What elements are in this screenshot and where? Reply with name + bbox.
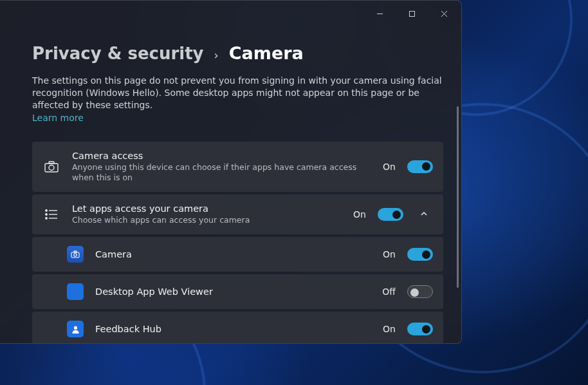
toggle-state-label: On	[379, 324, 396, 334]
app-icon-feedback	[67, 321, 84, 337]
camera-icon	[42, 161, 60, 173]
setting-subtitle: Choose which apps can access your camera	[72, 215, 338, 225]
chevron-up-icon[interactable]	[415, 209, 433, 221]
app-row-feedback-hub[interactable]: Feedback Hub On	[32, 312, 443, 343]
svg-rect-15	[74, 251, 77, 252]
list-icon	[42, 209, 60, 220]
toggle-state-label: On	[349, 209, 366, 220]
setting-title: Camera access	[72, 151, 367, 161]
window-titlebar	[0, 1, 461, 26]
svg-point-12	[46, 218, 47, 219]
toggle-camera-access[interactable]	[407, 160, 433, 173]
toggle-state-label: On	[379, 249, 396, 259]
breadcrumb-parent[interactable]: Privacy & security	[32, 44, 204, 63]
app-name: Desktop App Web Viewer	[95, 286, 367, 297]
scrollbar[interactable]	[457, 106, 459, 288]
app-name: Camera	[95, 249, 367, 259]
app-row-desktop-web-viewer[interactable]: Desktop App Web Viewer Off	[32, 274, 443, 309]
setting-let-apps-access[interactable]: Let apps access your camera Choose which…	[32, 194, 443, 234]
toggle-state-label: Off	[379, 286, 396, 297]
setting-subtitle: Anyone using this device can choose if t…	[72, 162, 367, 183]
setting-camera-access[interactable]: Camera access Anyone using this device c…	[32, 142, 443, 192]
learn-more-link[interactable]: Learn more	[32, 113, 84, 123]
svg-point-16	[73, 326, 77, 330]
page-description: The settings on this page do not prevent…	[32, 75, 443, 111]
chevron-right-icon: ›	[214, 48, 219, 62]
svg-point-11	[46, 214, 47, 215]
toggle-let-apps[interactable]	[378, 208, 403, 221]
toggle-app-desktop-web-viewer[interactable]	[407, 285, 433, 298]
minimize-button[interactable]	[367, 3, 392, 24]
svg-point-10	[46, 210, 47, 211]
setting-title: Let apps access your camera	[72, 203, 338, 214]
svg-rect-13	[71, 252, 79, 258]
maximize-button[interactable]	[400, 3, 424, 24]
app-icon-camera	[67, 246, 84, 263]
page-title: Camera	[229, 43, 304, 63]
svg-point-14	[74, 254, 77, 256]
close-button[interactable]	[432, 3, 456, 24]
svg-point-5	[49, 165, 54, 170]
app-row-camera[interactable]: Camera On	[32, 237, 443, 272]
settings-list: Camera access Anyone using this device c…	[32, 142, 443, 343]
toggle-app-camera[interactable]	[407, 248, 433, 261]
toggle-state-label: On	[379, 162, 396, 172]
svg-rect-1	[409, 11, 414, 16]
app-name: Feedback Hub	[95, 324, 367, 334]
svg-rect-6	[49, 162, 54, 164]
settings-content: Privacy & security › Camera The settings…	[0, 26, 461, 343]
breadcrumb: Privacy & security › Camera	[32, 43, 443, 63]
toggle-app-feedback-hub[interactable]	[407, 323, 433, 335]
app-icon-generic	[67, 283, 84, 300]
settings-window: Privacy & security › Camera The settings…	[0, 0, 462, 344]
